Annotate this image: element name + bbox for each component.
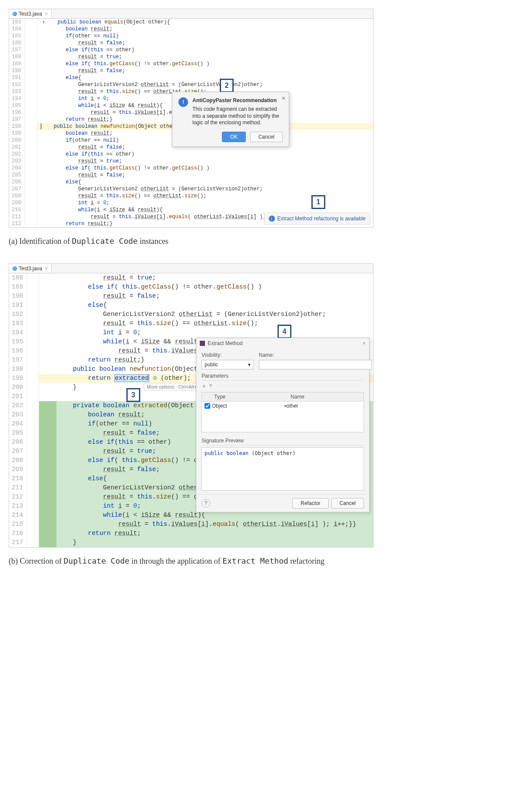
code-line[interactable]: else if( this.getClass() != other.getCla… — [37, 165, 373, 172]
code-line[interactable]: if(other == null) — [37, 33, 373, 40]
code-line[interactable]: result = false; — [37, 40, 373, 47]
visibility-label: Visibility: — [202, 352, 254, 358]
chevron-down-icon: ▾ — [248, 362, 251, 368]
line-number: 201 — [12, 392, 23, 401]
code-line[interactable]: boolean result; — [37, 26, 373, 33]
param-reorder-buttons[interactable]: ▲ ▼ — [202, 381, 364, 390]
line-number: 190 — [12, 67, 21, 74]
tab-bar: C Test3.java × — [9, 9, 373, 19]
line-number: 183 — [12, 19, 21, 26]
close-icon[interactable]: × — [282, 95, 285, 102]
callout-3: 3 — [126, 388, 140, 402]
line-number: 214 — [12, 511, 23, 520]
line-number: 196 — [12, 346, 23, 355]
line-number: 207 — [12, 186, 21, 193]
line-number: 188 — [12, 273, 23, 282]
editor-tab[interactable]: C Test3.java × — [9, 10, 52, 18]
code-line[interactable]: else{ — [39, 301, 373, 310]
parameters-table: Type Name Object ▾ other — [202, 392, 364, 432]
line-number: 207 — [12, 447, 23, 456]
caption-a: (a) Identification of Duplicate Code ins… — [9, 236, 523, 246]
code-line[interactable]: else{ — [37, 179, 373, 186]
code-line[interactable]: GenericListVersion2 otherList = (Generic… — [37, 81, 373, 88]
close-icon[interactable]: × — [363, 340, 366, 346]
param-type: Object — [212, 403, 227, 409]
name-input[interactable] — [259, 360, 372, 369]
code-line[interactable]: } — [39, 538, 373, 547]
callout-4: 4 — [278, 325, 291, 339]
panel-b: C Test3.java × 1881891901911921931941951… — [9, 263, 373, 548]
code-line[interactable]: result = this.iValues[i].equals( otherLi… — [39, 520, 373, 529]
line-number: 203 — [12, 410, 23, 419]
caption-mono: Duplicate Code — [63, 556, 129, 565]
extract-method-notification[interactable]: i Extract Method refactoring is availabl… — [264, 213, 370, 225]
help-button[interactable]: ? — [202, 499, 210, 508]
code-line[interactable]: else if( this.getClass() != other.getCla… — [37, 60, 373, 67]
line-number: 184 — [12, 26, 21, 33]
selected-identifier[interactable]: extracted — [114, 374, 149, 382]
line-number: 193 — [12, 88, 21, 95]
caption-mono: Duplicate Code — [72, 236, 138, 246]
line-number: 189 — [12, 282, 23, 292]
code-line[interactable]: result = true; — [39, 273, 373, 282]
line-number: 209 — [12, 465, 23, 474]
line-number: 191 — [12, 74, 21, 81]
anticopypaster-dialog: × ! AntiCopyPaster Recommendation This c… — [172, 92, 289, 147]
caption-b: (b) Correction of Duplicate Code in thro… — [9, 556, 523, 566]
parameters-section: Parameters — [202, 373, 364, 381]
code-line[interactable]: else if( this.getClass() != other.getCla… — [39, 282, 373, 292]
info-icon: ! — [178, 97, 188, 107]
code-line[interactable]: return result; — [39, 529, 373, 538]
code-line[interactable]: result = true; — [37, 158, 373, 165]
line-number: 188 — [12, 53, 21, 60]
code-line[interactable]: result = false; — [39, 292, 373, 301]
code-line[interactable]: GenericListVersion2 otherList = (Generic… — [37, 186, 373, 193]
visibility-select[interactable]: public ▾ — [202, 360, 254, 369]
line-number: 199 — [12, 130, 21, 137]
line-number: 197 — [12, 116, 21, 123]
cancel-button[interactable]: Cancel — [331, 498, 364, 508]
ok-button[interactable]: OK — [222, 132, 246, 142]
line-number: 192 — [12, 310, 23, 319]
tab-filename: Test3.java — [19, 11, 42, 17]
close-icon[interactable]: × — [45, 11, 48, 17]
param-checkbox[interactable] — [205, 403, 210, 409]
cancel-button[interactable]: Cancel — [250, 132, 283, 142]
visibility-value: public — [205, 362, 218, 368]
code-line[interactable]: result = false; — [37, 172, 373, 179]
tab-filename: Test3.java — [19, 266, 42, 272]
line-number: 204 — [12, 165, 21, 172]
line-number: 200 — [12, 383, 23, 392]
editor-tab[interactable]: C Test3.java × — [9, 265, 52, 272]
code-line[interactable]: GenericListVersion2 otherList = (Generic… — [39, 310, 373, 319]
caption-mono: Extract Method — [222, 556, 288, 565]
line-number: 209 — [12, 199, 21, 206]
code-line[interactable]: else if(this == other) — [37, 47, 373, 53]
code-line[interactable]: ⬆ public boolean equals(Object other){ — [37, 19, 373, 26]
line-number: 213 — [12, 502, 23, 511]
line-number: 200 — [12, 137, 21, 144]
code-line[interactable]: result = this.size() == otherList.size()… — [39, 319, 373, 328]
line-number: 199 — [12, 374, 23, 383]
line-number: 198 — [12, 365, 23, 374]
extract-method-dialog: Extract Method × Visibility: public ▾ Na… — [196, 338, 370, 512]
refactor-button[interactable]: Refactor — [292, 498, 328, 508]
info-icon: i — [269, 216, 275, 222]
more-options-tooltip: More options Ctrl+Alt+M — [144, 383, 204, 391]
code-line[interactable]: int i = 0; — [39, 328, 373, 337]
table-row[interactable]: Object ▾ other — [202, 402, 363, 410]
code-line[interactable]: else if(this == other) — [37, 151, 373, 158]
close-icon[interactable]: × — [45, 266, 48, 272]
type-header: Type — [211, 392, 287, 401]
line-number: 190 — [12, 292, 23, 301]
fold-gutter — [25, 19, 37, 227]
gutter: 1881891901911921931941951961971981992002… — [9, 273, 27, 547]
notification-text: Extract Method refactoring is available — [278, 216, 366, 222]
code-line[interactable]: result = true; — [37, 53, 373, 60]
dialog-title: Extract Method — [208, 340, 243, 346]
code-line[interactable]: else{ — [37, 74, 373, 81]
code-line[interactable]: result = false; — [37, 67, 373, 74]
line-number: 185 — [12, 33, 21, 40]
line-number: 203 — [12, 158, 21, 165]
gear-icon[interactable]: ⚙ — [153, 375, 157, 382]
